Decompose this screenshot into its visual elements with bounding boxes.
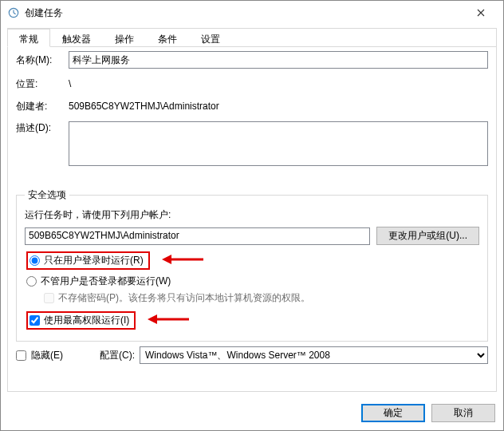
tab-general[interactable]: 常规: [7, 29, 50, 47]
checkbox-highest-privileges[interactable]: [30, 315, 40, 326]
close-button[interactable]: [465, 2, 497, 24]
tabpanel-general: 名称(M): 位置: \ 创建者: 509B65C8YW2THMJ\Admini…: [16, 51, 488, 385]
tab-strip: 常规 触发器 操作 条件 设置: [7, 28, 497, 47]
configure-for-label: 配置(C):: [100, 349, 135, 362]
svg-marker-4: [162, 255, 171, 264]
description-label: 描述(D):: [16, 121, 69, 135]
radio-run-any-label: 不管用户是否登录都要运行(W): [41, 275, 171, 288]
author-value: 509B65C8YW2THMJ\Administrator: [69, 99, 219, 113]
security-options-group: 安全选项 运行任务时，请使用下列用户帐户: 509B65C8YW2THMJ\Ad…: [16, 188, 488, 342]
annotation-arrow-icon: [162, 254, 203, 267]
dialog-buttons: 确定 取消: [361, 404, 495, 422]
description-input[interactable]: [69, 121, 488, 166]
svg-marker-6: [148, 314, 157, 324]
radio-run-logged-on-label: 只在用户登录时运行(R): [44, 254, 144, 267]
highlight-run-logged-on: 只在用户登录时运行(R): [26, 251, 150, 270]
security-legend: 安全选项: [25, 188, 69, 202]
checkbox-no-store-password: [44, 293, 54, 303]
highlight-highest-priv: 使用最高权限运行(I): [26, 311, 136, 330]
titlebar: 创建任务: [1, 1, 503, 25]
radio-run-logged-on[interactable]: [30, 255, 40, 266]
create-task-dialog: 创建任务 常规 触发器 操作 条件 设置 名称(M): 位置: \ 创建者: 5…: [0, 0, 504, 431]
location-value: \: [69, 77, 71, 91]
ok-button[interactable]: 确定: [361, 404, 425, 422]
highest-privileges-label: 使用最高权限运行(I): [44, 314, 129, 327]
cancel-button[interactable]: 取消: [431, 404, 495, 422]
hidden-label: 隐藏(E): [31, 349, 63, 362]
dialog-content: 常规 触发器 操作 条件 设置 名称(M): 位置: \ 创建者: 509B65…: [7, 28, 497, 392]
tab-conditions[interactable]: 条件: [146, 29, 189, 47]
configure-for-select[interactable]: Windows Vista™、Windows Server™ 2008: [140, 346, 488, 364]
no-store-password-label: 不存储密码(P)。该任务将只有访问本地计算机资源的权限。: [58, 291, 310, 305]
change-user-button[interactable]: 更改用户或组(U)...: [376, 227, 479, 245]
tab-settings[interactable]: 设置: [189, 29, 232, 47]
radio-run-any[interactable]: [26, 276, 37, 287]
author-label: 创建者:: [16, 100, 69, 113]
tab-actions[interactable]: 操作: [103, 29, 146, 47]
name-input[interactable]: [69, 51, 488, 69]
name-label: 名称(M):: [16, 53, 69, 67]
security-prompt: 运行任务时，请使用下列用户帐户:: [25, 208, 479, 222]
run-as-user: 509B65C8YW2THMJ\Administrator: [25, 227, 370, 245]
location-label: 位置:: [16, 77, 69, 91]
checkbox-hidden[interactable]: [16, 350, 26, 361]
annotation-arrow-icon: [148, 314, 189, 327]
tab-triggers[interactable]: 触发器: [50, 29, 103, 47]
task-scheduler-icon: [7, 6, 20, 19]
window-title: 创建任务: [25, 6, 465, 20]
